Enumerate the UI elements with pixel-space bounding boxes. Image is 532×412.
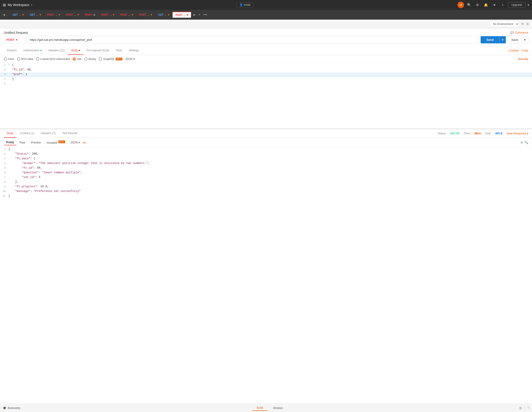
eye-icon[interactable]: 👁 (521, 22, 524, 26)
response-tab-headers[interactable]: Headers (7) (38, 129, 59, 138)
tab-pre-request[interactable]: Pre-request Script (83, 46, 113, 55)
layout-icon[interactable]: ⊞ (519, 406, 522, 410)
tab-9-label: ... (165, 13, 167, 16)
size-value: 405 B (495, 132, 503, 135)
search-response-icon[interactable]: 🔍 (524, 141, 528, 144)
tab-6-method: POST (101, 13, 108, 16)
tab-more-button[interactable]: ••• (202, 12, 208, 17)
tab-authorization[interactable]: Authorization (20, 46, 45, 55)
tab-7[interactable]: POST ... (117, 12, 136, 18)
code-link[interactable]: Code (522, 49, 528, 52)
upgrade-button[interactable]: Upgrade (508, 2, 526, 8)
tab-7-method: POST (120, 13, 127, 16)
option-urlencoded[interactable]: x-www-form-urlencoded (36, 57, 70, 61)
url-input[interactable] (27, 36, 479, 44)
response-tab-body[interactable]: Body (4, 129, 17, 138)
browse-tab[interactable]: Browse (269, 405, 287, 411)
response-tabs-bar: Body Cookies (1) Headers (7) Test Result… (0, 129, 532, 138)
send-button[interactable]: Send (481, 36, 499, 43)
option-graphql[interactable]: GraphQL BETA (99, 57, 122, 61)
upgrade-dropdown-icon[interactable]: ▾ (528, 3, 529, 7)
workspace-dropdown-icon[interactable]: ▾ (31, 4, 32, 6)
radio-urlencoded (36, 57, 39, 61)
request-body-editor[interactable]: 1 ▾ { 2 "fc_id": 88, 3 "pref": 1 4 } 5 (0, 63, 532, 128)
tab-5[interactable]: POST ⊕ (82, 12, 98, 18)
wrap-icon[interactable]: ⇔ (83, 140, 86, 145)
radio-binary (84, 57, 88, 61)
copy-icon[interactable]: ⧉ (521, 141, 523, 144)
option-none[interactable]: none (4, 57, 14, 61)
format-tab-preview[interactable]: Preview (28, 140, 43, 145)
tab-2[interactable]: GET ... (27, 12, 44, 18)
format-tab-raw[interactable]: Raw (17, 140, 28, 145)
save-button[interactable]: Save (508, 36, 522, 44)
plus-icon[interactable]: + (500, 2, 506, 8)
tab-9-method: GET (158, 13, 163, 16)
save-response-button[interactable]: Save Response ▾ (506, 132, 528, 135)
tab-10-label: ... (184, 14, 186, 16)
navbar: ⊞ My Workspace ▾ 👤 Invite ↺ 🔍 ⚙ 🔔 ♥ + Up… (0, 0, 532, 10)
json-format-selector[interactable]: JSON ▾ (125, 57, 135, 61)
response-tab-cookies[interactable]: Cookies (1) (17, 129, 37, 138)
tab-back-arrow[interactable]: ◀ (2, 12, 6, 17)
env-selector[interactable]: No Environment (490, 21, 519, 27)
navbar-right: ↺ 🔍 ⚙ 🔔 ♥ + Upgrade ▾ (457, 2, 529, 8)
resp-line-10: 10 "message": "Preference set succesfull… (0, 189, 532, 194)
tab-tests[interactable]: Tests (112, 46, 125, 55)
bootcamp-icon: 🎓 (3, 406, 6, 410)
tab-8-method: POST (139, 13, 146, 16)
req-line-4: 4 } (0, 77, 532, 82)
tab-5-label: ⊕ (93, 13, 95, 16)
tab-add-button[interactable]: + (197, 12, 201, 17)
tab-3[interactable]: POST ... (44, 12, 63, 18)
resp-line-6: 6 "question": "least common multiple", (0, 171, 532, 175)
option-raw[interactable]: raw (73, 57, 81, 61)
bootcamp-label[interactable]: Bootcamp (8, 406, 20, 410)
tab-10-dot (187, 14, 188, 16)
tab-1-method: GET (13, 13, 18, 16)
env-bar: No Environment 👁 ⚙ (0, 20, 532, 28)
notifications-icon[interactable]: 🔔 (483, 2, 489, 8)
tab-10[interactable]: POST ... (173, 12, 191, 18)
tab-headers[interactable]: Headers (11) (45, 46, 68, 55)
tab-body[interactable]: Body (68, 46, 83, 55)
format-tab-pretty[interactable]: Pretty (4, 140, 16, 145)
response-body[interactable]: 1 { 2 "Status": 200, 3 "fc_data": { 4 "a… (0, 147, 532, 403)
response-tab-test-results[interactable]: Test Results (59, 129, 81, 138)
build-tab[interactable]: Build (252, 405, 268, 411)
heart-icon[interactable]: ♥ (491, 2, 498, 8)
env-dropdown[interactable]: No Environment (490, 21, 519, 27)
tab-3-method: POST (47, 13, 54, 16)
send-group: Send ▾ (481, 36, 506, 43)
tab-settings[interactable]: Settings (126, 46, 142, 55)
settings-icon[interactable]: ⚙ (474, 2, 481, 8)
cookies-link[interactable]: Cookies (509, 49, 519, 52)
graphql-beta-badge: BETA (116, 58, 122, 60)
comments-button[interactable]: 💬 Comments (510, 31, 528, 34)
beautify-button[interactable]: Beautify (518, 57, 528, 61)
tab-overflow: ... (6, 13, 9, 16)
response-format-selector[interactable]: JSON ▾ (70, 141, 80, 144)
tab-1[interactable]: GET ... (10, 12, 27, 18)
invite-button[interactable]: 👤 Invite (236, 2, 254, 8)
search-icon[interactable]: 🔍 (466, 2, 473, 8)
option-binary[interactable]: binary (84, 57, 96, 61)
tab-9[interactable]: GET ... (155, 12, 172, 18)
tab-4[interactable]: POST ... (63, 12, 82, 18)
upload-icon[interactable]: ↑ (524, 406, 525, 410)
method-selector[interactable]: POST ▾ (4, 36, 25, 44)
save-dropdown-button[interactable]: ▾ (522, 36, 528, 44)
tab-8[interactable]: POST ... (136, 12, 155, 18)
format-tab-visualize[interactable]: Visualize BETA (44, 140, 67, 145)
gear-icon[interactable]: ⚙ (526, 22, 529, 26)
help-icon[interactable]: ? (527, 406, 529, 410)
tab-8-label: ... (147, 13, 150, 16)
tab-4-dot (77, 14, 79, 15)
tab-6[interactable]: POST ... (99, 12, 117, 18)
sync-icon[interactable]: ↺ (457, 2, 464, 8)
tab-play-icon[interactable]: ▶ (192, 12, 196, 17)
save-group: Save ▾ (508, 36, 528, 44)
tab-params[interactable]: Params (4, 46, 20, 55)
send-dropdown-button[interactable]: ▾ (499, 36, 506, 43)
option-form-data[interactable]: form-data (17, 57, 33, 61)
